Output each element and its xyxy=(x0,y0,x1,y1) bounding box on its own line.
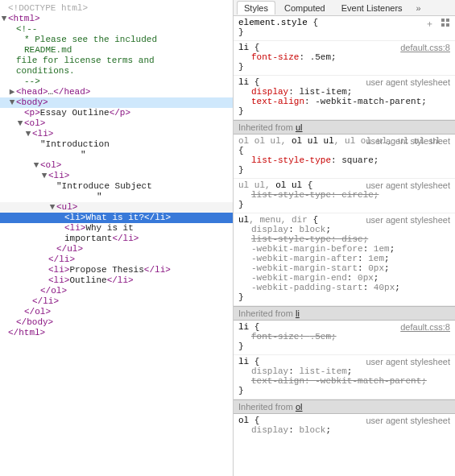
li-close-1[interactable]: </li> xyxy=(0,296,233,307)
inherited-from-li: Inherited from li xyxy=(234,306,455,321)
source-ua: user agent stylesheet xyxy=(366,215,450,225)
ol-open-2[interactable]: ▼<ol> xyxy=(0,160,233,171)
svg-rect-3 xyxy=(446,23,449,27)
li-open-2[interactable]: ▼<li> xyxy=(0,171,233,181)
rule-nested-ul-circle[interactable]: user agent stylesheet ul ul, ol ul { lis… xyxy=(234,179,455,213)
ol-open[interactable]: ▼<ol> xyxy=(0,118,233,129)
source-ua: user agent stylesheet xyxy=(366,136,450,146)
doctype-line[interactable]: <!DOCTYPE html> xyxy=(0,3,233,14)
svg-rect-1 xyxy=(446,19,449,22)
disclosure-triangle-icon[interactable]: ▼ xyxy=(48,202,56,213)
li-outline[interactable]: <li>Outline</li> xyxy=(0,275,233,286)
rule-li-ua[interactable]: user agent stylesheet li { display: list… xyxy=(234,76,455,120)
li-close-2[interactable]: </li> xyxy=(0,255,233,265)
toggle-state-icon[interactable] xyxy=(441,18,450,30)
rule-ol-ua[interactable]: user agent stylesheet ol { display: bloc… xyxy=(234,414,455,438)
comment-open[interactable]: <!-- xyxy=(0,24,233,35)
disclosure-triangle-icon[interactable]: ▼ xyxy=(32,160,40,171)
source-ua: user agent stylesheet xyxy=(366,357,450,366)
tabs-overflow-icon[interactable]: » xyxy=(412,3,426,13)
disclosure-triangle-icon[interactable]: ▼ xyxy=(24,129,32,139)
comment-line-1: * Please see the included README.md xyxy=(0,35,209,56)
ol-close-2[interactable]: </ol> xyxy=(0,286,233,296)
text-intro[interactable]: "Introduction xyxy=(0,139,233,150)
body-close[interactable]: </body> xyxy=(0,317,233,328)
inherited-from-ol: Inherited from ol xyxy=(234,399,455,414)
disclosure-triangle-icon[interactable]: ▼ xyxy=(0,14,8,24)
rule-li-default[interactable]: default.css:8 li { font-size: .5em; } xyxy=(234,41,455,76)
new-rule-icon[interactable] xyxy=(425,18,434,30)
li-why-important[interactable]: <li>Why is it important</li> xyxy=(0,223,161,244)
dom-tree-panel: <!DOCTYPE html> ▼<html> <!-- * Please se… xyxy=(0,0,234,476)
text-intro-close: " xyxy=(0,150,233,160)
source-link[interactable]: default.css:8 xyxy=(400,322,450,332)
disclosure-triangle-icon[interactable]: ▼ xyxy=(16,118,24,129)
source-ua: user agent stylesheet xyxy=(366,416,450,425)
li-what-is-it[interactable]: <li>What is it?</li> xyxy=(0,213,233,223)
svg-rect-0 xyxy=(441,19,445,22)
html-close[interactable]: </html> xyxy=(0,328,233,338)
comment-line-2: file for license terms and conditions. xyxy=(0,56,217,77)
p-line[interactable]: <p>Essay Outline</p> xyxy=(0,108,233,118)
svg-rect-2 xyxy=(441,23,445,27)
disclosure-triangle-icon[interactable]: ▼ xyxy=(40,171,48,181)
comment-close: --> xyxy=(0,77,233,87)
text-introsub-close: " xyxy=(0,192,233,202)
inherited-from-ul: Inherited from ul xyxy=(234,120,455,135)
li-open-1[interactable]: ▼<li> xyxy=(0,129,233,139)
source-ua: user agent stylesheet xyxy=(366,180,450,190)
rule-li-default-2[interactable]: default.css:8 li { font-size: .5em; } xyxy=(234,321,455,355)
inherited-link-ol[interactable]: ol xyxy=(296,402,303,412)
styles-tabs: Styles Computed Event Listeners » xyxy=(234,0,455,16)
html-open[interactable]: ▼<html> xyxy=(0,14,233,24)
disclosure-triangle-icon[interactable]: ▶ xyxy=(8,87,16,97)
inherited-link-ul[interactable]: ul xyxy=(296,122,303,132)
head-line[interactable]: ▶<head>…</head> xyxy=(0,87,233,97)
styles-panel: Styles Computed Event Listeners » elemen… xyxy=(234,0,455,476)
tab-computed[interactable]: Computed xyxy=(277,1,333,14)
rule-li-ua-2[interactable]: user agent stylesheet li { display: list… xyxy=(234,355,455,399)
ol-close[interactable]: </ol> xyxy=(0,307,233,317)
li-propose[interactable]: <li>Propose Thesis</li> xyxy=(0,265,233,275)
dom-tree[interactable]: <!DOCTYPE html> ▼<html> <!-- * Please se… xyxy=(0,0,233,338)
disclosure-triangle-icon[interactable]: ▼ xyxy=(8,97,16,108)
rule-element-style[interactable]: element.style { } xyxy=(234,16,455,41)
rule-ul-ua[interactable]: user agent stylesheet ul, menu, dir { di… xyxy=(234,213,455,306)
styles-list[interactable]: element.style { } default.css:8 li { fon… xyxy=(234,16,455,476)
tab-event-listeners[interactable]: Event Listeners xyxy=(334,1,410,14)
ul-open[interactable]: ▼<ul> xyxy=(0,202,233,213)
body-open[interactable]: ▼<body> xyxy=(0,97,233,108)
source-link[interactable]: default.css:8 xyxy=(400,43,450,52)
ul-close[interactable]: </ul> xyxy=(0,244,233,255)
text-introsub[interactable]: "Introduce Subject xyxy=(0,181,233,192)
tab-styles[interactable]: Styles xyxy=(237,1,275,14)
inherited-link-li[interactable]: li xyxy=(296,308,300,318)
source-ua: user agent stylesheet xyxy=(366,77,450,87)
rule-nested-ul-square[interactable]: user agent stylesheet ol ol ul, ol ul ul… xyxy=(234,135,455,179)
